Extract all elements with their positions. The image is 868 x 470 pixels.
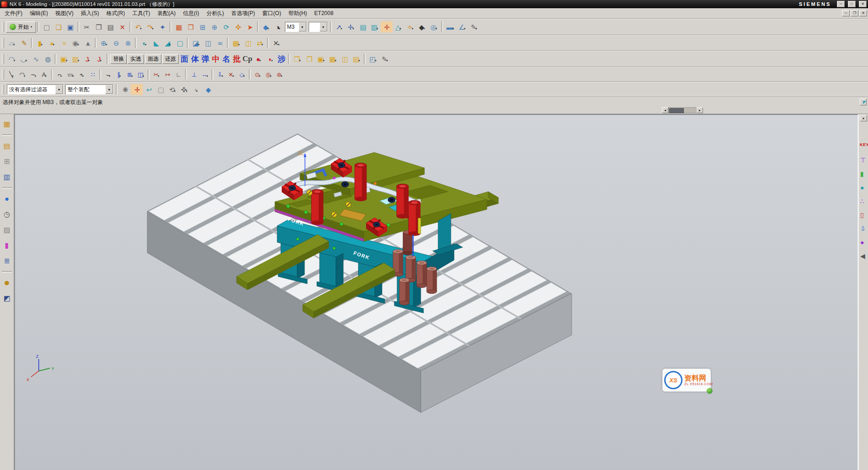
pattern-feature-button[interactable]: ▦▾: [230, 37, 242, 48]
cp-tool-button[interactable]: Cp: [242, 53, 253, 65]
maximize-button[interactable]: □: [848, 1, 856, 7]
menu-view[interactable]: 视图(V): [52, 8, 77, 19]
fit-view-button[interactable]: ⊞: [196, 21, 208, 32]
sew-button[interactable]: ≍: [214, 37, 226, 48]
red-crescent-button[interactable]: ◗▾: [264, 53, 276, 64]
chevron-down-icon[interactable]: ▼: [320, 22, 327, 31]
synchronous-button[interactable]: ⇄▾: [254, 37, 266, 48]
true-shade-toggle[interactable]: 实透: [128, 54, 144, 64]
edge-blend-button[interactable]: ◖▾: [138, 37, 150, 48]
rotate-view-button[interactable]: ⟳: [220, 21, 232, 32]
datum-plane-button[interactable]: ▱▾: [6, 37, 18, 48]
new-file-button[interactable]: ▢: [41, 21, 52, 32]
cut-button[interactable]: ✂: [81, 21, 93, 32]
face-select-toggle[interactable]: 面选: [145, 54, 161, 64]
start-button[interactable]: 开始 ▾: [6, 21, 36, 33]
shaded-view-button[interactable]: ◆▾: [260, 21, 272, 32]
dimension-button[interactable]: ↔▾: [199, 69, 210, 80]
delete-button[interactable]: ✕: [116, 21, 128, 32]
text-button[interactable]: A▾: [39, 69, 50, 80]
pin-tool-icon[interactable]: ⇩: [860, 222, 868, 235]
point-button[interactable]: +▾: [76, 69, 87, 80]
palette-scroll-up-button[interactable]: ▲: [860, 115, 867, 121]
selection-filter-combo[interactable]: 没有选择过滤器 ▼: [7, 84, 63, 94]
menu-window[interactable]: 窗口(O): [258, 8, 284, 19]
batch-tool-button[interactable]: 批: [232, 53, 242, 65]
boss-button[interactable]: ▲: [82, 37, 93, 48]
move-component2-button[interactable]: ▦▾: [327, 53, 339, 64]
subtract-button[interactable]: ⊖: [110, 37, 122, 48]
snap-point-button[interactable]: ✛: [381, 21, 393, 32]
unite-button[interactable]: ⊕▾: [98, 37, 110, 48]
menu-help[interactable]: 帮助(H): [285, 8, 311, 19]
circle-center-button[interactable]: ◎▾: [263, 69, 274, 80]
snap-point-toggle[interactable]: ✛: [131, 84, 143, 95]
sketch-button[interactable]: ✎: [18, 37, 30, 48]
close-button[interactable]: ✕: [859, 1, 867, 7]
through-curves-button[interactable]: ◡▾: [18, 53, 30, 64]
sweep-button[interactable]: ≈: [58, 37, 70, 48]
magnify-region-button[interactable]: ◎▾: [428, 21, 440, 32]
menu-assemblies[interactable]: 装配(A): [154, 8, 179, 19]
measure-angle-button[interactable]: ∠▾: [456, 21, 468, 32]
offset-curve-button[interactable]: ∥▾: [114, 69, 124, 80]
mirror-feature-button[interactable]: ◫: [242, 37, 254, 48]
graphics-window[interactable]: FORK FORK ZC Z Y X: [14, 114, 858, 470]
wave-link-button[interactable]: ◰▾: [367, 53, 379, 64]
datum-display-button[interactable]: △▾: [393, 21, 404, 32]
edit-display-button[interactable]: ✎▾: [379, 53, 391, 64]
part-navigator-tab[interactable]: ▥: [1, 169, 13, 185]
assembly-navigator-tab[interactable]: ▤: [1, 138, 13, 154]
shaded-cube-button[interactable]: ◆: [202, 84, 214, 95]
menu-edit[interactable]: 编辑(E): [26, 8, 52, 19]
helix-button[interactable]: J▾: [93, 53, 105, 64]
profile-button[interactable]: ⌐▾: [54, 69, 65, 80]
palette-collapse-button[interactable]: ◩: [1, 291, 13, 306]
materials-tab[interactable]: ▨: [1, 222, 13, 238]
layer-settings-button[interactable]: ▤: [357, 21, 369, 32]
circle-three-point-button[interactable]: ⊚▾: [274, 69, 285, 80]
child-close-button[interactable]: ✕: [859, 10, 867, 16]
general-selection-button[interactable]: ❋: [119, 84, 131, 95]
extrude-button[interactable]: ▮▾: [34, 37, 46, 48]
cancel-feature-button[interactable]: ✕▾: [270, 37, 282, 48]
scroll-left-button[interactable]: ◄: [662, 107, 668, 113]
offset-surface-button[interactable]: ▣▾: [58, 53, 70, 64]
chevron-down-icon[interactable]: ▼: [299, 22, 306, 31]
cup-tool-icon[interactable]: ▯: [860, 208, 868, 222]
horizontal-scrollbar[interactable]: ◄ ►: [662, 107, 703, 113]
visualization-tab[interactable]: ≣: [1, 253, 13, 269]
replace-toggle[interactable]: 替换: [110, 54, 127, 64]
constraint-navigator-tab[interactable]: ⊞: [1, 154, 13, 169]
sphere-tool-icon[interactable]: ●: [860, 181, 868, 194]
restore-toggle[interactable]: 还原: [162, 54, 179, 64]
save-button[interactable]: ▣: [64, 21, 76, 32]
move-tool-button[interactable]: ✜▾: [178, 84, 190, 95]
trim-body-button[interactable]: ◪▾: [190, 37, 202, 48]
assembly-constraint-button[interactable]: ▣▾: [315, 53, 327, 64]
center-tool-button[interactable]: 中: [211, 53, 221, 65]
molecule-tool-icon[interactable]: ∴: [860, 194, 868, 208]
spline-button[interactable]: ∼▾: [28, 69, 39, 80]
quick-extend-button[interactable]: ↦: [162, 69, 173, 80]
child-restore-button[interactable]: ❐: [851, 10, 858, 16]
scrollbar-thumb[interactable]: [669, 108, 684, 113]
rectangle-select-button[interactable]: ▫▾: [190, 84, 202, 95]
hd3d-tools-tab[interactable]: ▮: [1, 238, 13, 253]
rendering-style-button[interactable]: ◑▾: [272, 21, 284, 32]
minimize-button[interactable]: ─: [837, 1, 845, 7]
constraint-button[interactable]: ⊥: [188, 69, 199, 80]
menu-analysis[interactable]: 分析(L): [203, 8, 228, 19]
open-button[interactable]: ❏: [52, 21, 64, 32]
assembly-constraints-button[interactable]: ✛▾: [345, 21, 357, 32]
history-tab[interactable]: ◷: [1, 207, 13, 222]
exploded-view-button[interactable]: ▤▾: [351, 53, 362, 64]
name-tool-button[interactable]: 名: [221, 53, 232, 65]
paste-button[interactable]: ▤: [104, 21, 116, 32]
chamfer-button[interactable]: ◣: [150, 37, 162, 48]
n-sided-surface-button[interactable]: ◍: [41, 53, 53, 64]
rollback-button[interactable]: ↩: [143, 84, 155, 95]
menu-preferences[interactable]: 首选项(P): [227, 8, 258, 19]
clamp-tool-icon[interactable]: ⊤: [860, 153, 868, 167]
interference-button[interactable]: 涉: [276, 53, 287, 65]
